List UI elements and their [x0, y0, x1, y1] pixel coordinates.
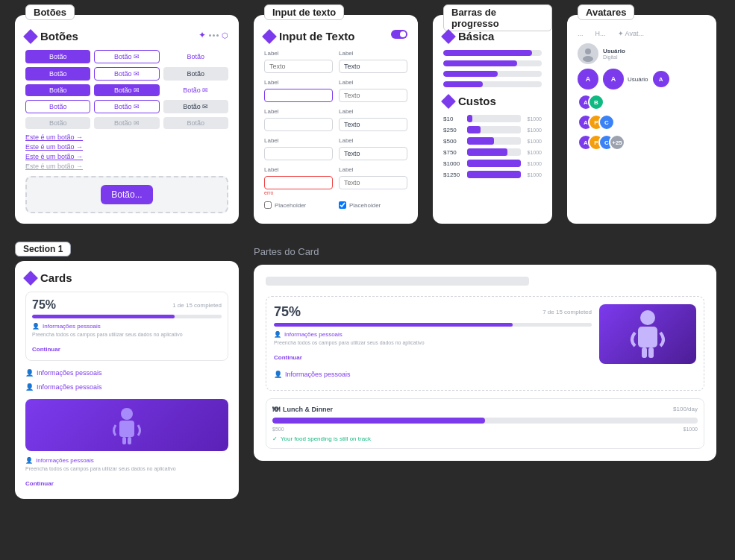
partes-desc: Preencha todos os campos para utilizar s… — [274, 339, 592, 346]
input-field-error[interactable] — [264, 176, 333, 189]
input-label1: Label — [264, 50, 333, 57]
bottom-card-continue-btn[interactable]: Continuar — [25, 480, 54, 487]
stack-b1: B — [588, 94, 604, 110]
avatar-with-label: A Usuário — [603, 69, 648, 89]
btn-outline4[interactable]: Botão ✉ — [94, 100, 159, 113]
avatar-a3: A — [653, 71, 669, 87]
checkbox-2[interactable] — [339, 201, 346, 209]
input-row-1: Label Label — [264, 50, 407, 73]
btn-outline3[interactable]: Botão — [25, 100, 90, 113]
svg-rect-7 — [638, 327, 657, 347]
partes-card-big: 75% 7 de 15 completed 👤 Informações pess… — [266, 296, 704, 391]
partes-label: Partes do Card — [254, 246, 716, 257]
checkbox-group-2: Placeholder — [339, 201, 407, 209]
input-section-title: Input de Texto — [264, 30, 407, 43]
checkbox-label-1: Placeholder — [275, 202, 306, 209]
lunch-icon: 🍽 — [272, 405, 280, 413]
avatar-a1: A — [578, 69, 598, 89]
list-icon-1: 👤 — [25, 369, 34, 377]
btn-link3[interactable]: Este é um botão → — [25, 153, 83, 160]
food-progress-bg — [272, 418, 698, 424]
avatar-label-group: Usuário Digital — [603, 48, 625, 60]
select-field-3[interactable] — [264, 147, 333, 160]
input-row-5: Label erro Label — [264, 166, 407, 195]
input-group-4: Label — [339, 79, 407, 102]
card-pct: 75% — [32, 298, 56, 312]
select-field-4[interactable]: Texto — [339, 147, 407, 160]
btn-disabled: Botão — [25, 117, 90, 129]
input-field-5[interactable] — [339, 176, 407, 189]
partes-person-icon: 👤 — [274, 331, 281, 338]
star-icon: ✦ — [198, 30, 206, 40]
btn-link4[interactable]: Este é um botão → — [25, 163, 83, 170]
partes-list-item[interactable]: 👤 Informações pessoais — [274, 368, 592, 380]
list-item-2[interactable]: 👤 Informações pessoais — [25, 381, 228, 393]
input-field-2[interactable] — [339, 60, 407, 73]
cost-max-6: $1000 — [524, 172, 542, 177]
avatares-label: Avatares — [578, 4, 634, 20]
cost-max-4: $1000 — [524, 150, 542, 155]
person-icon-2: 👤 — [25, 457, 33, 464]
card-continue-btn[interactable]: Continuar — [32, 346, 60, 353]
btn-secondary[interactable]: Botão — [163, 67, 228, 81]
avatar-img-1 — [578, 43, 598, 64]
partes-continue-btn[interactable]: Continuar — [274, 354, 302, 361]
btn-link2[interactable]: Este é um botão → — [25, 143, 83, 151]
card-info-row: 👤 Informações pessoais — [32, 323, 222, 330]
diamond-icon-cards — [23, 271, 38, 286]
bottom-card-info-row: 👤 Informações pessoais — [25, 457, 228, 464]
cost-label-6: $1250 — [443, 172, 464, 178]
checkbox-1[interactable] — [264, 201, 272, 209]
share-icon[interactable]: ⬡ — [222, 31, 228, 40]
checkbox-label-2: Placeholder — [349, 202, 381, 209]
food-check: ✓ Your food spending is still on track — [272, 435, 698, 442]
big-btn[interactable]: Botão... — [101, 185, 152, 204]
dots-menu[interactable] — [209, 34, 219, 37]
input-field-4[interactable] — [339, 89, 407, 102]
card-progress-header: 75% 1 de 15 completed — [32, 298, 222, 312]
svg-point-1 — [583, 56, 593, 62]
avatar-row-2: A A Usuário A — [578, 69, 706, 89]
list-item-1[interactable]: 👤 Informações pessoais — [25, 367, 228, 379]
btn-primary2[interactable]: Botão — [25, 67, 90, 81]
input-panel: Input de texto Input de Texto Label Labe… — [254, 15, 418, 224]
cost-max-1: $1000 — [524, 116, 542, 122]
cost-row-3: $500 $1000 — [443, 137, 542, 145]
food-header: 🍽 Lunch & Dinner $100/day — [272, 405, 698, 413]
btn-outline2[interactable]: Botão ✉ — [94, 67, 159, 81]
stack-more: +25 — [609, 134, 625, 151]
btn-secondary2[interactable]: Botão ✉ — [163, 100, 228, 113]
food-end: $1000 — [684, 427, 698, 432]
cards-panel: Cards 75% 1 de 15 completed 👤 Informaçõe… — [15, 261, 239, 499]
card-illustration — [25, 399, 228, 451]
select-field-1[interactable] — [264, 118, 333, 131]
button-grid: Botão Botão ✉ Botão Botão Botão ✉ Botão … — [25, 50, 228, 129]
big-btn-area: Botão... — [25, 176, 228, 213]
btn-primary3[interactable]: Botão — [25, 84, 90, 96]
btn-outline[interactable]: Botão ✉ — [94, 50, 159, 63]
bottom-card-desc: Preencha todos os campos para utilizar s… — [25, 465, 228, 472]
input-label7: Label — [264, 137, 333, 144]
cost-row-6: $1250 $1000 — [443, 171, 542, 178]
check-icon: ✓ — [272, 435, 278, 442]
partes-pct-header: 75% 7 de 15 completed — [274, 304, 592, 320]
btn-icon[interactable]: Botão ✉ — [94, 84, 159, 96]
select-field-2[interactable]: Texto — [339, 118, 407, 131]
dots-header: ... — [578, 30, 584, 37]
toggle-switch[interactable] — [391, 30, 407, 39]
btn-link1[interactable]: Este é um botão → — [25, 133, 83, 141]
btn-ghost[interactable]: Botão — [163, 50, 228, 63]
avatar-sub-headers: ... H... ✦ Avat... — [578, 30, 706, 37]
btn-ghost2[interactable]: Botão ✉ — [163, 84, 228, 96]
svg-rect-3 — [119, 421, 134, 437]
input-field-3[interactable] — [264, 89, 333, 102]
input-field-1[interactable] — [264, 60, 333, 73]
avatar-label-text: Usuário — [628, 76, 648, 83]
btn-disabled3: Botão — [163, 117, 228, 129]
partes-pct: 75% — [274, 304, 301, 320]
partes-left: 75% 7 de 15 completed 👤 Informações pess… — [274, 304, 592, 383]
input-label: Input de texto — [264, 4, 344, 20]
btn-primary[interactable]: Botão — [25, 50, 90, 63]
input-label4: Label — [339, 79, 407, 86]
checkbox-group-1: Placeholder — [264, 201, 333, 209]
